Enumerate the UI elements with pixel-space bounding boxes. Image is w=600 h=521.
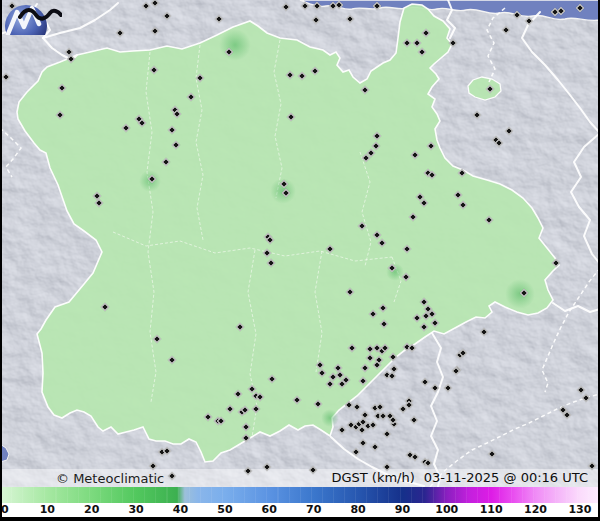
legend-title: DGST (km/h)03-11-2025 @ 00:16 UTC: [331, 470, 588, 485]
scale-tick-label: 120: [524, 503, 547, 517]
attribution-text: © Meteoclimatic: [56, 471, 164, 486]
scale-tick-label: 70: [306, 503, 321, 517]
meteoclimatic-logo[interactable]: [0, 0, 62, 35]
color-scale-bar: [0, 487, 600, 503]
map-canvas: © Meteoclimatic DGST (km/h)03-11-2025 @ …: [0, 0, 600, 487]
legend-variable-label: DGST (km/h): [331, 470, 414, 485]
legend-timestamp: 03-11-2025 @ 00:16 UTC: [424, 470, 588, 485]
scale-tick-label: 90: [395, 503, 410, 517]
weather-map-screenshot: © Meteoclimatic DGST (km/h)03-11-2025 @ …: [0, 0, 600, 521]
scale-tick-label: 0: [1, 503, 9, 517]
scale-tick-label: 30: [128, 503, 143, 517]
image-border-left: [0, 0, 2, 521]
scale-tick-label: 80: [350, 503, 365, 517]
scale-tick-label: 20: [84, 503, 99, 517]
scale-tick-label: 40: [173, 503, 188, 517]
image-border-bottom: [0, 517, 600, 521]
scale-tick-label: 50: [217, 503, 232, 517]
scale-tick-label: 110: [480, 503, 503, 517]
scale-tick-label: 60: [262, 503, 277, 517]
scale-tick-label: 10: [40, 503, 55, 517]
color-scale-tick-strip: 0102030405060708090100110120130: [0, 503, 600, 517]
scale-tick-label: 130: [568, 503, 591, 517]
scale-tick-label: 100: [435, 503, 458, 517]
